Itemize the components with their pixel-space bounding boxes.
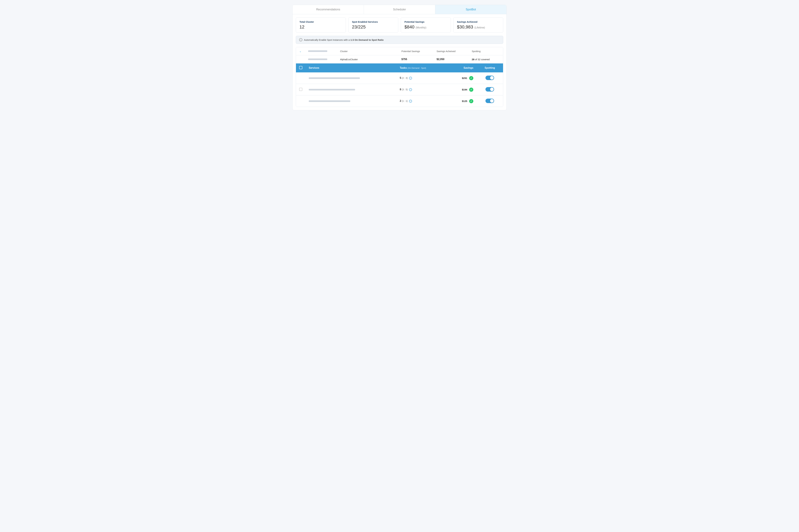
th-checkbox	[296, 63, 306, 72]
stat-value-savings-achieved: $30,983 (Lifetime)	[457, 24, 500, 30]
stat-card-savings-achieved: Savings Achieved $30,983 (Lifetime)	[453, 17, 503, 33]
row3-info-icon[interactable]: i	[409, 100, 412, 102]
info-icon: i	[299, 38, 302, 41]
cluster-savings-achieved: $2,050	[437, 58, 472, 61]
cluster-data-row: AlphaEcsCluster $755 $2,050 28 of 32 cov…	[296, 55, 503, 63]
stat-label-savings-achieved: Savings Achieved	[457, 20, 500, 23]
row2-check-badge: ✓	[469, 88, 473, 92]
th-tasks: Tasks (On Demand : Spot)	[397, 63, 448, 72]
cluster-header-row: ⌄ Cluster Potential Savings Savings Ache…	[296, 47, 503, 55]
chevron-down-icon: ⌄	[299, 50, 302, 53]
stat-unit-savings-achieved: (Lifetime)	[474, 26, 485, 29]
service-row-3: 2 (1 : 1) i $125 ✓	[296, 95, 503, 107]
services-table: Services Tasks (On Demand : Spot) Saving…	[296, 63, 503, 107]
row3-tasks: 2 (1 : 1) i	[397, 95, 448, 107]
info-banner: i Automatically Enable Spot Instances wi…	[296, 36, 503, 44]
row3-toggle[interactable]	[486, 99, 494, 103]
row1-savings: $291 ✓	[449, 72, 477, 84]
stat-card-total-cluster: Total Cluster 12	[296, 17, 346, 33]
row1-service-bar	[309, 77, 360, 79]
row2-tasks: 8 (3 : 5) i	[397, 84, 448, 95]
th-services: Services	[306, 63, 397, 72]
tab-spotbot[interactable]: SpotBot	[435, 5, 507, 14]
stat-value-total-cluster: 12	[300, 24, 342, 30]
row1-spotting	[477, 72, 503, 84]
col-savings-achieved: Savings Acheived	[437, 50, 472, 53]
th-savings: Savings	[449, 63, 477, 72]
row1-check-badge: ✓	[469, 76, 473, 80]
row2-service-name	[306, 84, 397, 95]
cluster-potential-savings: $755	[401, 58, 437, 61]
row1-info-icon[interactable]: i	[409, 77, 412, 80]
tab-scheduler[interactable]: Scheduler	[364, 5, 435, 14]
col-cluster: Cluster	[340, 50, 401, 53]
row2-checkbox[interactable]	[299, 88, 302, 91]
cluster-covered: 28 of 32 covered	[472, 58, 500, 61]
stat-value-spot-enabled: 23/225	[352, 24, 395, 30]
main-container: Recommendations Scheduler SpotBot Total …	[292, 5, 507, 110]
row3-spotting	[477, 95, 503, 107]
col-potential-savings: Potential Savings	[401, 50, 437, 53]
row3-savings: $125 ✓	[449, 95, 477, 107]
stat-value-potential-savings: $840 (Monthly)	[404, 24, 447, 30]
row2-service-bar	[309, 89, 355, 91]
row2-savings: $194 ✓	[449, 84, 477, 95]
tab-bar: Recommendations Scheduler SpotBot	[292, 5, 507, 14]
stat-label-total-cluster: Total Cluster	[300, 20, 342, 23]
cluster-row-bar	[308, 58, 340, 60]
th-spotting: Spotting	[477, 63, 503, 72]
stat-label-potential-savings: Potential Savings	[404, 20, 447, 23]
stat-unit-potential-savings: (Monthly)	[416, 26, 426, 29]
row3-service-bar	[309, 100, 350, 102]
select-all-checkbox[interactable]	[299, 66, 302, 69]
cluster-section: ⌄ Cluster Potential Savings Savings Ache…	[296, 47, 503, 107]
row2-info-icon[interactable]: i	[409, 88, 412, 91]
col-spotting: Spotting	[472, 50, 500, 53]
row3-service-name	[306, 95, 397, 107]
stat-card-potential-savings: Potential Savings $840 (Monthly)	[401, 17, 451, 33]
row1-tasks: 5 (2 : 3) i	[397, 72, 448, 84]
row3-check-badge: ✓	[469, 99, 473, 103]
row2-toggle[interactable]	[486, 87, 494, 92]
row2-spotting	[477, 84, 503, 95]
tab-recommendations[interactable]: Recommendations	[292, 5, 364, 14]
chevron-expand[interactable]: ⌄	[299, 50, 308, 53]
cluster-header-bar	[308, 50, 340, 52]
service-row-1: 5 (2 : 3) i $291 ✓	[296, 72, 503, 84]
services-header-row: Services Tasks (On Demand : Spot) Saving…	[296, 63, 503, 72]
row1-checkbox-cell	[296, 72, 306, 84]
cluster-name: AlphaEcsCluster	[340, 58, 401, 61]
info-banner-text: Automatically Enable Spot Instances with…	[304, 39, 384, 41]
row1-service-name	[306, 72, 397, 84]
service-row-2: 8 (3 : 5) i $194 ✓	[296, 84, 503, 95]
row2-checkbox-cell	[296, 84, 306, 95]
row1-toggle[interactable]	[486, 76, 494, 80]
stat-card-spot-enabled: Spot Enabled Services 23/225	[348, 17, 398, 33]
stats-row: Total Cluster 12 Spot Enabled Services 2…	[292, 14, 507, 36]
th-tasks-sub: (On Demand : Spot)	[407, 67, 426, 69]
stat-label-spot-enabled: Spot Enabled Services	[352, 20, 395, 23]
row3-checkbox-cell	[296, 95, 306, 107]
